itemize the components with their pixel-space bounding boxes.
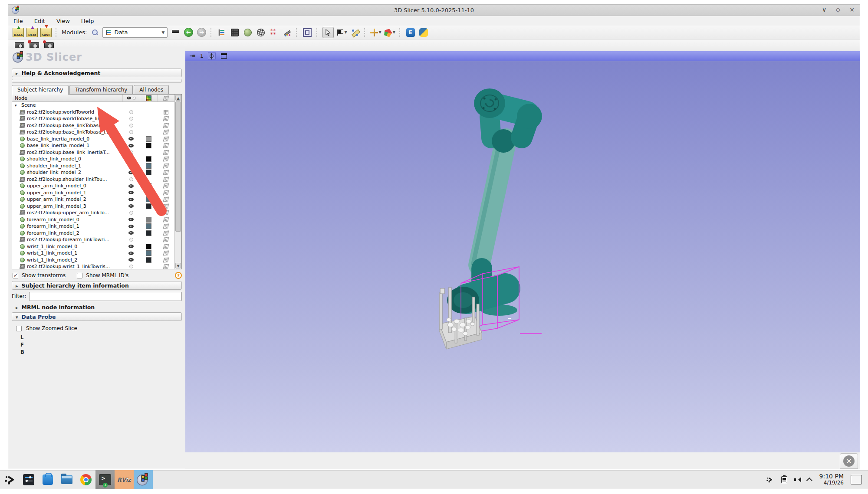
annotations-module-button[interactable]: [282, 27, 292, 38]
transform-cell[interactable]: [157, 163, 174, 170]
tree-row[interactable]: ros2:tf2lookup:wrist_1_linkTowris...: [12, 263, 174, 269]
visibility-toggle[interactable]: [122, 230, 140, 237]
minimize-icon[interactable]: ∨: [821, 6, 828, 13]
color-cell[interactable]: [140, 209, 157, 216]
rviz-button[interactable]: RViz: [115, 470, 134, 489]
color-cell[interactable]: [140, 243, 157, 250]
visibility-toggle[interactable]: [122, 263, 140, 269]
transform-cell[interactable]: [157, 122, 174, 129]
screenshot-button[interactable]: [302, 27, 312, 38]
module-back-button[interactable]: ←: [183, 27, 194, 38]
menu-help[interactable]: Help: [81, 18, 94, 24]
mouse-interaction-button[interactable]: [322, 27, 334, 38]
taskbar-clock[interactable]: 9:10 PM 4/19/26: [819, 473, 844, 486]
color-cell[interactable]: [140, 163, 157, 170]
color-cell[interactable]: [140, 169, 157, 176]
tree-row[interactable]: wrist_1_link_model_2: [12, 257, 174, 264]
color-cell[interactable]: [140, 142, 157, 149]
slicer-taskbar-button[interactable]: [134, 470, 153, 489]
transform-cell[interactable]: [157, 223, 174, 230]
save-button[interactable]: SAVE: [40, 27, 52, 38]
visibility-toggle[interactable]: [122, 163, 140, 170]
color-cell[interactable]: [140, 115, 157, 122]
transform-cell[interactable]: [157, 149, 174, 156]
node-column-header[interactable]: Node: [12, 95, 122, 101]
visibility-toggle[interactable]: [122, 176, 140, 183]
tree-row[interactable]: wrist_1_link_model_0: [12, 243, 174, 250]
color-cell[interactable]: [140, 149, 157, 156]
threed-view[interactable]: 1: [185, 51, 860, 452]
tree-row[interactable]: ▾Scene: [12, 102, 174, 109]
visibility-toggle[interactable]: [122, 216, 140, 223]
tree-row[interactable]: upper_arm_link_model_2: [12, 196, 174, 203]
transform-cell[interactable]: [157, 263, 174, 269]
tree-row[interactable]: shoulder_link_model_0: [12, 156, 174, 163]
color-cell[interactable]: [140, 250, 157, 257]
transform-cell[interactable]: [157, 142, 174, 149]
tree-row[interactable]: upper_arm_link_model_3: [12, 203, 174, 210]
tree-row[interactable]: ros2:tf2lookup:upper_arm_linkTo...: [12, 209, 174, 216]
help-icon[interactable]: ?: [175, 272, 182, 279]
window-level-button[interactable]: ▼: [384, 27, 395, 38]
module-search-button[interactable]: [89, 27, 100, 38]
visibility-toggle[interactable]: [122, 183, 140, 190]
indicator-icon[interactable]: [766, 477, 772, 482]
transform-cell[interactable]: [157, 236, 174, 243]
terminal-button[interactable]: >: [95, 470, 115, 489]
transform-cell[interactable]: [157, 102, 174, 109]
visibility-column-header[interactable]: [122, 95, 140, 101]
maximize-view-button[interactable]: [220, 52, 228, 60]
models-module-button[interactable]: [243, 27, 253, 38]
extensions-manager-button[interactable]: E: [405, 27, 416, 38]
color-cell[interactable]: [140, 156, 157, 163]
tab-subject-hierarchy[interactable]: Subject hierarchy: [12, 85, 69, 95]
color-cell[interactable]: [140, 223, 157, 230]
menu-view[interactable]: View: [56, 18, 70, 24]
visibility-toggle[interactable]: [122, 250, 140, 257]
transform-cell[interactable]: [157, 209, 174, 216]
error-log-button[interactable]: ✕: [840, 453, 858, 469]
menu-edit[interactable]: Edit: [34, 18, 45, 24]
tab-all-nodes[interactable]: All nodes: [134, 85, 169, 94]
tree-row[interactable]: forearm_link_model_1: [12, 223, 174, 230]
visibility-toggle[interactable]: [122, 115, 140, 122]
menu-file[interactable]: File: [13, 18, 23, 24]
color-cell[interactable]: [140, 236, 157, 243]
tree-row[interactable]: base_link_inertia_model_1: [12, 142, 174, 149]
visibility-toggle[interactable]: [122, 223, 140, 230]
tree-row[interactable]: ros2:tf2lookup:worldTobase_link: [12, 115, 174, 122]
tree-row[interactable]: forearm_link_model_2: [12, 230, 174, 237]
tree-row[interactable]: ros2:tf2lookup:base_linkTobase: [12, 122, 174, 129]
visibility-toggle[interactable]: [122, 190, 140, 196]
transforms-module-button[interactable]: [256, 27, 266, 38]
tree-row[interactable]: forearm_link_model_0: [12, 216, 174, 223]
transform-cell[interactable]: [157, 136, 174, 143]
transform-cell[interactable]: [157, 169, 174, 176]
scroll-up-icon[interactable]: ▲: [175, 95, 181, 101]
transform-cell[interactable]: [157, 190, 174, 196]
color-column-header[interactable]: [140, 95, 157, 101]
tree-row[interactable]: ros2:tf2lookup:worldToworld: [12, 109, 174, 116]
tree-row[interactable]: upper_arm_link_model_0: [12, 183, 174, 190]
color-cell[interactable]: [140, 136, 157, 143]
color-cell[interactable]: [140, 102, 157, 109]
tree-row[interactable]: ros2:tf2lookup:base_link_inertiaT...: [12, 149, 174, 156]
maximize-icon[interactable]: ◇: [835, 6, 842, 13]
color-cell[interactable]: [140, 122, 157, 129]
python-console-button[interactable]: [418, 27, 429, 38]
scroll-down-icon[interactable]: ▼: [175, 263, 181, 268]
color-cell[interactable]: [140, 196, 157, 203]
transform-cell[interactable]: [157, 196, 174, 203]
tree-row[interactable]: ros2:tf2lookup:forearm_linkTowri...: [12, 236, 174, 243]
visibility-toggle[interactable]: [122, 156, 140, 163]
transform-column-header[interactable]: [157, 95, 174, 101]
transform-cell[interactable]: [157, 109, 174, 116]
visibility-toggle[interactable]: [122, 196, 140, 203]
load-data-button[interactable]: DATA: [13, 27, 24, 38]
volumes-module-button[interactable]: [230, 27, 240, 38]
tree-row[interactable]: shoulder_link_model_1: [12, 163, 174, 170]
help-acknowledgement-section[interactable]: Help & Acknowledgement: [12, 69, 182, 77]
tab-transform-hierarchy[interactable]: Transform hierarchy: [69, 85, 133, 94]
tree-row[interactable]: ros2:tf2lookup:base_linkTobase_l...: [12, 129, 174, 136]
chrome-button[interactable]: [76, 470, 95, 489]
